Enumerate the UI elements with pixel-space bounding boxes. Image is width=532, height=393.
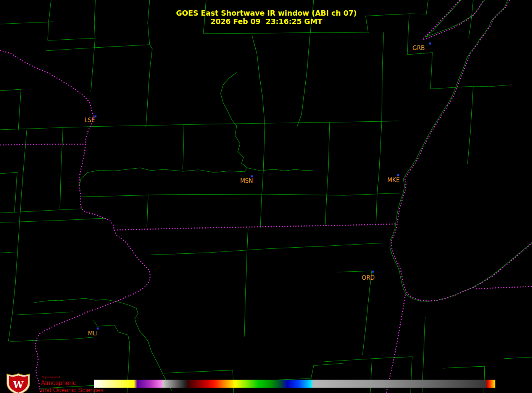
county-boundary-line: [79, 72, 247, 185]
county-boundary-line: [407, 15, 432, 89]
county-boundary-line: [46, 45, 150, 51]
image-timestamp: 2026 Feb 09 23:16:25 GMT: [210, 17, 322, 26]
county-boundary-line: [426, 0, 485, 37]
county-boundary-line: [468, 86, 473, 164]
county-boundary-line: [0, 218, 106, 222]
city-marker-msn: [251, 176, 253, 177]
county-boundary-line: [81, 193, 400, 197]
county-boundary-line: [244, 228, 248, 337]
crest-letter: W: [13, 379, 24, 390]
state-border-dotted-line: [114, 224, 395, 230]
county-boundary-line: [469, 0, 473, 38]
county-boundary-line: [0, 209, 82, 213]
county-boundary-line: [504, 357, 532, 359]
county-boundary-line: [48, 0, 51, 40]
logo-name-line1: Atmospheric: [41, 379, 76, 386]
city-marker-grb: [429, 43, 431, 45]
county-boundary-line: [430, 85, 511, 89]
city-label-mke: MKE: [387, 177, 400, 184]
state-border-dotted-line: [423, 0, 483, 40]
state-borders-layer: [0, 0, 532, 393]
temperature-colorbar: [94, 380, 495, 388]
city-label-ord: ORD: [362, 274, 375, 281]
county-boundary-line: [18, 312, 73, 315]
county-boundaries-layer: [0, 0, 532, 393]
county-boundary-line: [234, 363, 343, 382]
county-boundary-line: [0, 172, 17, 212]
city-label-mli: MLI: [88, 330, 98, 337]
county-boundary-line: [48, 38, 95, 40]
city-markers-layer: GRBLSEMSNMKEORDMLI: [84, 43, 431, 337]
satellite-image-viewer: GRBLSEMSNMKEORDMLI GOES East Shortwave I…: [0, 0, 532, 393]
county-boundary-line: [247, 168, 313, 171]
county-boundary-line: [91, 38, 95, 92]
county-boundary-line: [146, 0, 152, 127]
logo-dept-label: Department of: [42, 375, 60, 379]
county-boundary-line: [8, 130, 27, 341]
image-title: GOES East Shortwave IR window (ABI ch 07…: [176, 9, 357, 17]
county-boundary-line: [325, 122, 330, 226]
city-label-lse: LSE: [84, 117, 95, 124]
county-boundary-line: [147, 195, 148, 227]
county-boundary-line: [72, 298, 172, 391]
county-boundary-line: [10, 337, 95, 341]
state-border-dotted-line: [476, 287, 532, 289]
county-boundary-line: [252, 35, 265, 228]
city-label-grb: GRB: [413, 45, 425, 52]
county-boundary-line: [376, 32, 384, 226]
uw-aos-logo: W Department of Atmospheric and Oceanic …: [7, 374, 103, 393]
county-boundary-line: [151, 243, 382, 255]
state-border-dotted-line: [386, 295, 405, 393]
city-marker-mke: [397, 174, 399, 176]
county-boundary-line: [34, 300, 72, 303]
city-marker-mli: [97, 328, 99, 330]
satellite-map: GRBLSEMSNMKEORDMLI GOES East Shortwave I…: [0, 0, 532, 393]
county-boundary-line: [0, 252, 18, 253]
county-boundary-line: [0, 121, 399, 130]
county-boundary-line: [0, 22, 53, 24]
state-border-dotted-line: [0, 144, 85, 145]
city-marker-ord: [372, 271, 374, 273]
county-boundary-line: [183, 125, 184, 169]
logo-name-line2: and Oceanic Sciences: [41, 387, 103, 393]
county-boundary-line: [390, 0, 532, 301]
county-boundary-line: [370, 359, 372, 393]
city-label-msn: MSN: [240, 177, 253, 184]
county-boundary-line: [94, 0, 95, 38]
county-boundary-line: [337, 271, 372, 355]
county-boundary-line: [60, 127, 63, 209]
county-boundary-line: [0, 89, 21, 130]
